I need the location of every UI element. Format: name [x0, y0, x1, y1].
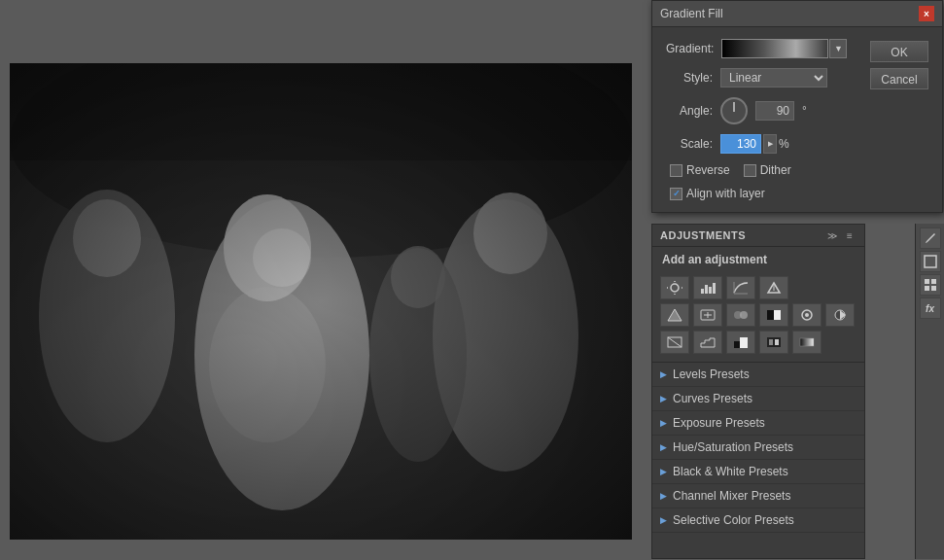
svg-rect-19 — [701, 289, 704, 294]
reverse-label: Reverse — [686, 163, 730, 177]
list-arrow-channelmixer: ▶ — [660, 491, 667, 501]
style-label: Style: — [666, 71, 713, 85]
list-label-huesat: Hue/Saturation Presets — [673, 440, 793, 454]
brightness-icon-btn[interactable] — [660, 276, 689, 299]
svg-rect-52 — [925, 286, 929, 291]
gradient-fill-dialog: Gradient Fill × Gradient: ▼ Style: Linea… — [651, 0, 943, 213]
align-checkbox[interactable] — [670, 188, 682, 200]
strip-icon-fx[interactable]: fx — [920, 298, 941, 319]
invert-icon-btn[interactable] — [660, 331, 689, 354]
adj-icon-row-1 — [660, 276, 857, 299]
style-select[interactable]: LinearRadialAngleReflectedDiamond — [720, 68, 827, 88]
list-label-exposure: Exposure Presets — [673, 416, 765, 430]
reverse-checkbox-label[interactable]: Reverse — [670, 163, 730, 177]
scale-input[interactable] — [720, 134, 761, 154]
list-arrow-curves: ▶ — [660, 394, 667, 403]
list-item-huesat[interactable]: ▶ Hue/Saturation Presets — [652, 436, 864, 460]
list-label-selectivecolor: Selective Color Presets — [673, 513, 794, 527]
adjustments-header-icons: ≫ ≡ — [825, 228, 857, 242]
strip-icon-grid[interactable] — [920, 274, 941, 296]
list-item-selectivecolor[interactable]: ▶ Selective Color Presets — [652, 508, 864, 533]
strip-icon-brush[interactable] — [920, 228, 941, 249]
svg-rect-48 — [800, 338, 814, 346]
strip-icon-frame[interactable] — [920, 251, 941, 272]
svg-rect-47 — [775, 339, 779, 345]
dialog-title: Gradient Fill — [660, 7, 723, 20]
percent-label: % — [779, 137, 789, 151]
dialog-buttons: OK Cancel — [870, 39, 928, 200]
list-arrow-huesat: ▶ — [660, 442, 667, 452]
canvas-area — [0, 0, 642, 560]
gradient-picker-dropdown[interactable]: ▼ — [829, 39, 847, 58]
knob-indicator — [733, 102, 735, 112]
photo-background — [10, 63, 632, 540]
dialog-body: Gradient: ▼ Style: LinearRadialAngleRefl… — [652, 27, 942, 212]
color-balance-icon-btn[interactable] — [726, 303, 755, 327]
svg-marker-28 — [668, 309, 682, 321]
degree-symbol: ° — [802, 104, 807, 118]
align-label: Align with layer — [686, 187, 765, 200]
svg-rect-53 — [931, 286, 936, 291]
list-arrow-selectivecolor: ▶ — [660, 515, 667, 525]
channel-mixer-icon-btn[interactable] — [825, 303, 855, 327]
list-label-curves: Curves Presets — [673, 392, 752, 405]
list-item-bw[interactable]: ▶ Black & White Presets — [652, 460, 864, 484]
svg-rect-35 — [767, 310, 774, 320]
hue-sat-icon-btn[interactable] — [693, 303, 722, 327]
style-row: Style: LinearRadialAngleReflectedDiamond — [666, 68, 860, 88]
list-item-exposure[interactable]: ▶ Exposure Presets — [652, 411, 864, 436]
panel-options-icon[interactable]: ≡ — [843, 228, 857, 242]
dialog-fields: Gradient: ▼ Style: LinearRadialAngleRefl… — [666, 39, 860, 200]
align-checkbox-label[interactable]: Align with layer — [670, 187, 765, 200]
adjustment-presets-list: ▶ Levels Presets ▶ Curves Presets ▶ Expo… — [652, 362, 864, 558]
curves-icon-btn[interactable] — [726, 276, 755, 299]
dither-checkbox[interactable] — [744, 164, 756, 177]
threshold-icon-btn[interactable] — [726, 331, 755, 354]
svg-rect-20 — [705, 285, 708, 294]
svg-rect-49 — [925, 256, 936, 267]
posterize-icon-btn[interactable] — [693, 331, 722, 354]
angle-knob[interactable] — [720, 97, 748, 124]
angle-row: Angle: 90 ° — [666, 97, 860, 124]
gradient-label: Gradient: — [666, 42, 714, 55]
list-item-channelmixer[interactable]: ▶ Channel Mixer Presets — [652, 484, 864, 508]
add-adjustment-label: Add an adjustment — [652, 247, 864, 272]
adjustment-icons-grid — [652, 272, 864, 358]
svg-point-27 — [773, 285, 775, 287]
levels-icon-btn[interactable] — [693, 276, 722, 299]
reverse-checkbox[interactable] — [670, 164, 682, 177]
dialog-titlebar: Gradient Fill × — [652, 1, 942, 27]
scale-label: Scale: — [666, 137, 713, 151]
photo-filter-icon-btn[interactable] — [792, 303, 822, 327]
svg-point-34 — [740, 311, 748, 319]
adjustments-header: ADJUSTMENTS ≫ ≡ — [652, 225, 864, 247]
dialog-close-button[interactable]: × — [919, 6, 934, 21]
dither-checkbox-label[interactable]: Dither — [744, 163, 791, 177]
list-arrow-levels: ▶ — [660, 369, 667, 379]
checkboxes-row: Reverse Dither — [670, 163, 860, 177]
adjustments-title: ADJUSTMENTS — [660, 229, 746, 241]
adjustments-panel: ADJUSTMENTS ≫ ≡ Add an adjustment — [651, 224, 865, 559]
svg-rect-36 — [774, 310, 781, 320]
gradient-map-icon-btn[interactable] — [792, 331, 822, 354]
list-label-levels: Levels Presets — [673, 368, 750, 381]
vibrance-icon-btn[interactable] — [660, 303, 689, 327]
gradient-row: Gradient: ▼ — [666, 39, 860, 58]
panel-menu-icon[interactable]: ≫ — [825, 228, 839, 242]
adj-icon-row-3 — [660, 331, 857, 354]
list-item-levels[interactable]: ▶ Levels Presets — [652, 363, 864, 387]
svg-rect-13 — [10, 63, 632, 540]
ok-button[interactable]: OK — [870, 41, 928, 62]
list-arrow-bw: ▶ — [660, 467, 667, 476]
scale-input-wrap: ▶ % — [720, 134, 789, 154]
scale-stepper[interactable]: ▶ — [763, 134, 777, 154]
gradient-picker[interactable] — [721, 39, 828, 58]
selective-color-icon-btn[interactable] — [759, 331, 788, 354]
bw-icon-btn[interactable] — [759, 303, 788, 327]
scale-row: Scale: ▶ % — [666, 134, 860, 154]
angle-input[interactable]: 90 — [755, 101, 794, 121]
exposure-icon-btn[interactable] — [759, 276, 788, 299]
cancel-button[interactable]: Cancel — [870, 68, 928, 89]
list-item-curves[interactable]: ▶ Curves Presets — [652, 387, 864, 411]
list-label-bw: Black & White Presets — [673, 465, 788, 478]
